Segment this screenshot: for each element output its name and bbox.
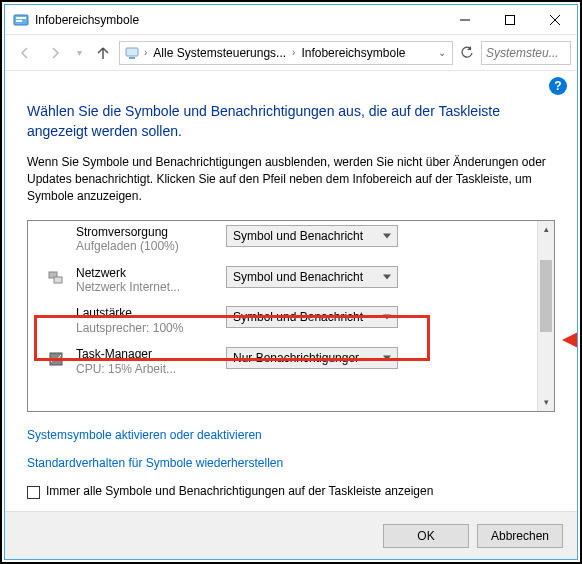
- list-item: Lautstärke Lautsprecher: 100% Symbol und…: [38, 300, 533, 341]
- close-button[interactable]: [532, 5, 577, 34]
- scroll-track[interactable]: [538, 238, 554, 394]
- scroll-thumb[interactable]: [540, 260, 552, 332]
- content-area: ? Wählen Sie die Symbole und Benachricht…: [5, 71, 577, 511]
- item-name: Netzwerk: [76, 266, 226, 280]
- svg-rect-10: [54, 277, 62, 283]
- page-description: Wenn Sie Symbole und Benachrichtigungen …: [27, 154, 555, 206]
- chevron-right-icon[interactable]: ›: [290, 47, 297, 58]
- item-sub: Aufgeladen (100%): [76, 239, 226, 253]
- item-behavior-select[interactable]: Symbol und Benachricht: [226, 266, 398, 288]
- always-show-checkbox-row: Immer alle Symbole und Benachrichtigunge…: [27, 484, 555, 499]
- up-button[interactable]: [89, 39, 117, 67]
- scrollbar[interactable]: ▴ ▾: [537, 221, 554, 411]
- navbar: ▾ › Alle Systemsteuerungs... › Infoberei…: [5, 35, 577, 71]
- recent-dropdown[interactable]: ▾: [71, 39, 87, 67]
- list-item: Netzwerk Netzwerk Internet... Symbol und…: [38, 260, 533, 301]
- svg-rect-8: [129, 57, 135, 59]
- item-sub: Netzwerk Internet...: [76, 280, 226, 294]
- link-system-icons[interactable]: Systemsymbole aktivieren oder deaktivier…: [27, 428, 555, 442]
- chevron-right-icon[interactable]: ›: [142, 47, 149, 58]
- search-input[interactable]: Systemsteu...: [481, 41, 571, 65]
- dialog-footer: OK Abbrechen: [5, 511, 577, 559]
- item-behavior-select[interactable]: Symbol und Benachricht: [226, 306, 398, 328]
- list-item: Task-Manager CPU: 15% Arbeit... Nur Bena…: [38, 341, 533, 382]
- item-name: Lautstärke: [76, 306, 226, 320]
- svg-rect-7: [126, 48, 138, 56]
- page-heading: Wählen Sie die Symbole und Benachrichtig…: [27, 101, 555, 142]
- window: Infobereichsymbole ▾ › Alle Systemsteuer…: [4, 4, 578, 560]
- search-placeholder: Systemsteu...: [486, 46, 559, 60]
- forward-button[interactable]: [41, 39, 69, 67]
- refresh-button[interactable]: [455, 41, 479, 65]
- taskmanager-icon: [46, 349, 66, 369]
- icon-list: Stromversorgung Aufgeladen (100%) Symbol…: [27, 220, 555, 412]
- item-behavior-select[interactable]: Symbol und Benachricht: [226, 225, 398, 247]
- window-title: Infobereichsymbole: [35, 13, 442, 27]
- titlebar: Infobereichsymbole: [5, 5, 577, 35]
- addr-dropdown-icon[interactable]: ⌄: [434, 47, 450, 58]
- svg-rect-4: [505, 15, 514, 24]
- cancel-button[interactable]: Abbrechen: [477, 524, 563, 548]
- help-icon[interactable]: ?: [549, 77, 567, 95]
- network-icon: [46, 268, 66, 288]
- item-name: Stromversorgung: [76, 225, 226, 239]
- pc-icon: [124, 45, 140, 61]
- link-restore-defaults[interactable]: Standardverhalten für Symbole wiederhers…: [27, 456, 555, 470]
- always-show-label: Immer alle Symbole und Benachrichtigunge…: [46, 484, 433, 498]
- scroll-down-button[interactable]: ▾: [538, 394, 554, 411]
- maximize-button[interactable]: [487, 5, 532, 34]
- always-show-checkbox[interactable]: [27, 486, 40, 499]
- address-bar[interactable]: › Alle Systemsteuerungs... › Infobereich…: [119, 41, 453, 65]
- control-panel-icon: [13, 12, 29, 28]
- breadcrumb-seg-1[interactable]: Alle Systemsteuerungs...: [149, 46, 290, 60]
- svg-rect-2: [16, 20, 22, 22]
- item-name: Task-Manager: [76, 347, 226, 361]
- scroll-up-button[interactable]: ▴: [538, 221, 554, 238]
- item-behavior-select[interactable]: Nur Benachrichtigunger: [226, 347, 398, 369]
- breadcrumb-seg-2[interactable]: Infobereichsymbole: [297, 46, 409, 60]
- item-sub: Lautsprecher: 100%: [76, 321, 226, 335]
- ok-button[interactable]: OK: [383, 524, 469, 548]
- back-button[interactable]: [11, 39, 39, 67]
- list-item: Stromversorgung Aufgeladen (100%) Symbol…: [38, 225, 533, 260]
- annotation-arrow: [562, 329, 577, 351]
- svg-rect-1: [16, 17, 26, 19]
- item-sub: CPU: 15% Arbeit...: [76, 362, 226, 376]
- minimize-button[interactable]: [442, 5, 487, 34]
